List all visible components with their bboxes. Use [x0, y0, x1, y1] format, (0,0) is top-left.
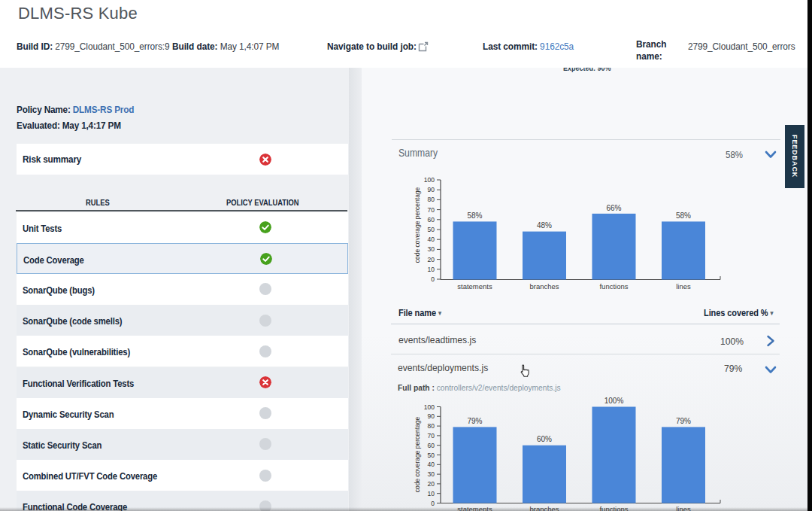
svg-text:90: 90 — [428, 186, 435, 193]
svg-text:40: 40 — [428, 236, 435, 243]
svg-text:70: 70 — [428, 432, 435, 440]
svg-text:66%: 66% — [606, 204, 621, 212]
svg-text:60: 60 — [428, 442, 435, 449]
svg-text:80: 80 — [428, 196, 435, 203]
svg-text:30: 30 — [428, 470, 435, 478]
svg-text:code coverage percentage: code coverage percentage — [414, 416, 421, 492]
svg-text:50: 50 — [428, 226, 435, 233]
svg-text:0: 0 — [431, 500, 435, 507]
svg-text:60%: 60% — [537, 435, 552, 443]
svg-text:40: 40 — [428, 461, 435, 468]
svg-text:100%: 100% — [604, 397, 624, 405]
svg-text:10: 10 — [428, 490, 435, 497]
svg-text:58%: 58% — [467, 211, 482, 220]
svg-text:100: 100 — [424, 176, 435, 184]
svg-text:lines: lines — [676, 282, 691, 290]
svg-text:79%: 79% — [467, 417, 482, 425]
svg-text:90: 90 — [428, 412, 435, 420]
svg-text:70: 70 — [428, 206, 435, 214]
svg-text:branches: branches — [529, 282, 559, 290]
svg-text:48%: 48% — [537, 221, 552, 230]
svg-text:statements: statements — [457, 282, 492, 290]
svg-text:100: 100 — [424, 403, 435, 411]
svg-text:20: 20 — [428, 256, 435, 263]
svg-text:10: 10 — [428, 266, 435, 273]
svg-text:code coverage percentage: code coverage percentage — [414, 187, 421, 263]
svg-text:50: 50 — [428, 452, 435, 459]
svg-text:80: 80 — [428, 422, 435, 430]
svg-text:30: 30 — [428, 245, 435, 253]
svg-text:58%: 58% — [676, 211, 691, 220]
svg-text:20: 20 — [428, 480, 435, 488]
svg-text:functions: functions — [599, 282, 628, 290]
svg-text:60: 60 — [428, 216, 435, 224]
svg-text:0: 0 — [431, 275, 435, 283]
svg-text:79%: 79% — [676, 417, 691, 425]
